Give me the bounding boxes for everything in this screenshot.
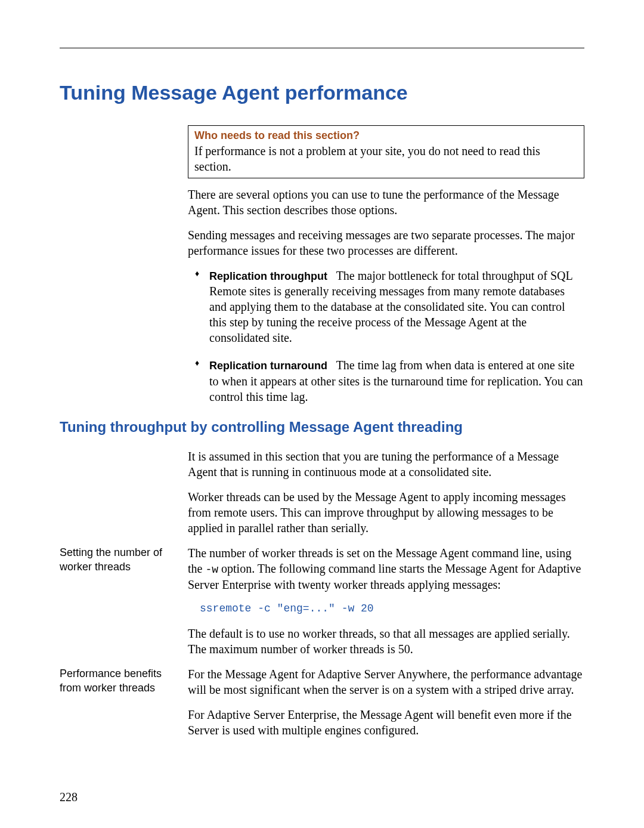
perf-para-1: For the Message Agent for Adaptive Serve… — [188, 666, 584, 697]
bullet-label: Replication throughput — [209, 270, 327, 282]
performance-content: For the Message Agent for Adaptive Serve… — [188, 666, 584, 738]
side-label-performance: Performance benefits from worker threads — [60, 666, 188, 738]
callout-box: Who needs to read this section? If perfo… — [188, 125, 584, 178]
setting-worker-threads-block: Setting the number of worker threads The… — [60, 545, 584, 657]
top-rule — [60, 48, 584, 48]
setting-para-2: The default is to use no worker threads,… — [188, 626, 584, 657]
perf-para-2: For Adaptive Server Enterprise, the Mess… — [188, 707, 584, 738]
bullet-label: Replication turnaround — [209, 360, 327, 372]
bullet-list: Replication throughput The major bottlen… — [195, 268, 584, 404]
intro-content: Who needs to read this section? If perfo… — [188, 125, 584, 404]
code-example: ssremote -c "eng=..." -w 20 — [200, 602, 584, 616]
option-w: -w — [205, 564, 218, 576]
bullet-replication-turnaround: Replication turnaround The time lag from… — [195, 357, 584, 404]
sub-intro-2: Worker threads can be used by the Messag… — [188, 489, 584, 536]
sub-intro-1: It is assumed in this section that you a… — [188, 449, 584, 480]
callout-heading: Who needs to read this section? — [194, 129, 578, 142]
setting-p1b: option. The following command line start… — [188, 562, 581, 591]
setting-content: The number of worker threads is set on t… — [188, 545, 584, 657]
intro-para-2: Sending messages and receiving messages … — [188, 227, 584, 258]
bullet-replication-throughput: Replication throughput The major bottlen… — [195, 268, 584, 345]
intro-para-1: There are several options you can use to… — [188, 187, 584, 218]
page-number: 228 — [60, 790, 78, 804]
side-label-setting: Setting the number of worker threads — [60, 545, 188, 657]
page-title: Tuning Message Agent performance — [60, 81, 584, 104]
sub-intro-block: It is assumed in this section that you a… — [188, 449, 584, 536]
performance-benefits-block: Performance benefits from worker threads… — [60, 666, 584, 738]
callout-body: If performance is not a problem at your … — [194, 143, 578, 174]
setting-para-1: The number of worker threads is set on t… — [188, 545, 584, 592]
subsection-title: Tuning throughput by controlling Message… — [60, 419, 584, 435]
